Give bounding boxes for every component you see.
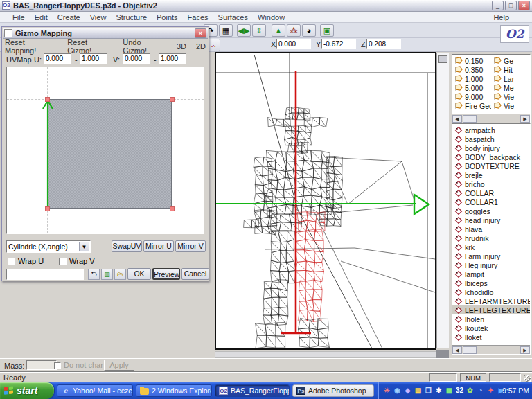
selection-item-body-backpack[interactable]: BODY_backpack [452, 152, 530, 161]
v-to-field[interactable] [159, 53, 186, 64]
selection-item-lampit[interactable]: lampit [452, 269, 530, 278]
mass-field[interactable] [26, 360, 57, 370]
selection-item-hlava[interactable]: hlava [452, 224, 530, 233]
lod-item-vie[interactable]: Vie [491, 101, 530, 110]
menu-item-create[interactable]: Create [53, 12, 85, 22]
dialog-menu-item-reset-mapping[interactable]: Reset Mapping! [5, 38, 57, 55]
tray-icon-window[interactable]: ❒ [423, 382, 434, 399]
open-folder-icon[interactable]: 🗁 [114, 269, 126, 280]
selection-item-bricho[interactable]: bricho [452, 179, 530, 188]
selection-item-lloket[interactable]: lloket [452, 332, 530, 342]
taskbar-button-2-windows-explorer[interactable]: 2 Windows Explorer▾ [136, 384, 212, 397]
selection-hscrollbar[interactable]: ◀ ▶ [452, 345, 530, 354]
minimize-button[interactable]: _ [492, 1, 504, 10]
coord-z-field[interactable] [366, 39, 401, 49]
uv-handle-top-right[interactable] [170, 97, 175, 102]
lod-item-9-000[interactable]: 9.000 [452, 92, 491, 101]
selection-item-body-injury[interactable]: body injury [452, 143, 530, 152]
dialog-menu-item-2d[interactable]: 2D [196, 42, 206, 51]
selection-item-l-leg-injury[interactable]: l leg injury [452, 260, 530, 269]
selection-item-l-arm-injury[interactable]: l arm injury [452, 251, 530, 260]
triangulate-icon[interactable]: ▲ [272, 24, 285, 37]
title-bar[interactable]: O2 BAS_RangerFloppyDES.p3d - Objektiv2 _… [0, 0, 532, 12]
structure-icon[interactable]: ⁂ [287, 24, 301, 37]
chevron-down-icon[interactable]: ▼ [79, 242, 89, 251]
lod-scroll-right-icon[interactable]: ▶ [520, 115, 530, 123]
menu-item-structure[interactable]: Structure [111, 12, 152, 22]
ok-button[interactable]: OK [127, 268, 151, 280]
texture-name-input[interactable] [6, 269, 84, 280]
uv-handle-bottom-right[interactable] [170, 206, 175, 211]
lod-item-me[interactable]: Me [491, 83, 530, 92]
add-box-icon[interactable]: ▦ [219, 24, 233, 37]
tray-icon-sphere[interactable]: ◔ [475, 382, 486, 399]
lod-item-fire-geometry[interactable]: Fire Geometry [452, 101, 491, 110]
tray-icon-32[interactable]: 32 [454, 382, 465, 399]
flip-horizontal-icon[interactable]: ◀▶ [237, 24, 251, 37]
menu-item-view[interactable]: View [85, 12, 112, 22]
viewport-vscrollbar[interactable] [436, 53, 449, 348]
resize-grip[interactable] [524, 375, 531, 382]
selection-item-lholen[interactable]: lholen [452, 314, 530, 323]
selection-item-armpatch[interactable]: armpatch [452, 125, 530, 134]
menu-item-points[interactable]: Points [152, 12, 183, 22]
taskbar-button-bas-rangerfloppy[interactable]: O2BAS_RangerFloppy... [215, 384, 290, 397]
maximize-button[interactable]: □ [505, 1, 517, 10]
selection-item-bodytexture[interactable]: BODYTEXTURE [452, 161, 530, 170]
uv-mapping-square[interactable] [47, 99, 172, 209]
flip-vertical-icon[interactable]: ⇕ [252, 24, 266, 37]
lod-item-5-000[interactable]: 5.000 [452, 83, 491, 92]
selection-item-krk[interactable]: krk [452, 242, 530, 251]
tray-icon-globe[interactable]: ◉ [392, 382, 402, 399]
mapping-type-select[interactable]: Cylindric (X,angle) ▼ [6, 240, 91, 253]
selection-item-hrudnik[interactable]: hrudnik [452, 233, 530, 242]
coord-y-field[interactable] [321, 39, 356, 49]
selection-item-head-injury[interactable]: head injury [452, 215, 530, 224]
uv-handle-top-left[interactable] [45, 97, 50, 102]
dialog-close-button[interactable]: × [195, 28, 206, 38]
mirror-u-button[interactable]: Mirror U [143, 240, 174, 252]
viewport-vscroll-thumb[interactable] [438, 55, 447, 63]
viewport-hscrollbar[interactable] [215, 351, 436, 358]
selection-item-goggles[interactable]: goggles [452, 206, 530, 215]
selection-item-lchodidlo[interactable]: lchodidlo [452, 287, 530, 296]
v-from-field[interactable] [123, 53, 150, 64]
lod-item-1-000[interactable]: 1.000 [452, 74, 491, 83]
selection-item-brejle[interactable]: brejle [452, 170, 530, 179]
tray-icon-winamp[interactable]: ▤ [413, 382, 423, 399]
viewport-3d[interactable] [216, 53, 435, 348]
selection-scroll-thumb[interactable] [463, 346, 477, 354]
preview-button[interactable]: Preview [152, 268, 180, 280]
coord-x-field[interactable] [276, 39, 311, 49]
selection-item-lkoutek[interactable]: lkoutek [452, 323, 530, 332]
texture-view-icon[interactable]: ▣ [320, 24, 334, 37]
uv-preview-area[interactable] [6, 66, 204, 234]
u-to-field[interactable] [80, 53, 107, 64]
mirror-v-button[interactable]: Mirror V [175, 240, 206, 252]
color-wheel-icon[interactable]: ◕ [302, 24, 316, 37]
tray-icon-runner[interactable]: ✦ [486, 382, 496, 399]
selection-item-leftlegtexture[interactable]: LEFTLEGTEXTURE [452, 305, 530, 314]
menu-item-window[interactable]: Window [253, 12, 290, 22]
selection-item-collar1[interactable]: COLLAR1 [452, 197, 530, 206]
taskbar-button-yahoo-mail-eczer[interactable]: eYahoo! Mail - eczer... [57, 384, 133, 397]
cancel-button[interactable]: Cancel [181, 268, 209, 280]
selection-scroll-left-icon[interactable]: ◀ [452, 346, 462, 354]
lod-item-0-150[interactable]: 0.150 [452, 56, 491, 65]
selection-item-lbiceps[interactable]: lbiceps [452, 278, 530, 287]
lod-scroll-thumb[interactable] [463, 115, 477, 123]
total-mass-checkbox[interactable]: Do not change total m [54, 361, 103, 369]
tray-icon-leaf[interactable]: ✿ [465, 382, 475, 399]
dialog-menu-item-reset-gizmo[interactable]: Reset Gizmo! [67, 38, 113, 55]
menu-item-edit[interactable]: Edit [30, 12, 53, 22]
selection-scroll-right-icon[interactable]: ▶ [520, 346, 530, 354]
texture-browser-icon[interactable]: ▥ [101, 269, 113, 280]
menu-item-faces[interactable]: Faces [183, 12, 213, 22]
lod-item-lar[interactable]: Lar [491, 74, 530, 83]
swap-uv-button[interactable]: SwapUV [112, 240, 142, 252]
selection-item-baspatch[interactable]: baspatch [452, 134, 530, 143]
uv-handle-bottom-left[interactable] [45, 206, 50, 211]
lod-item-0-350[interactable]: 0.350 [452, 65, 491, 74]
tray-icon-messenger[interactable]: ◈ [402, 382, 413, 399]
menu-item-file[interactable]: File [8, 12, 30, 22]
